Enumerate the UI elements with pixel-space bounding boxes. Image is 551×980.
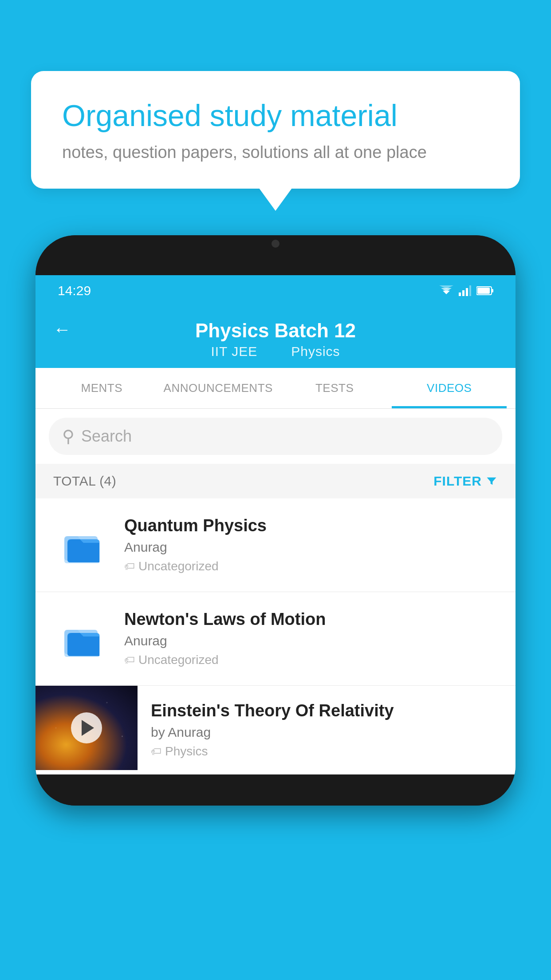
search-bar[interactable]: ⚲ Search [49, 418, 502, 455]
speech-bubble: Organised study material notes, question… [31, 71, 520, 189]
list-item[interactable]: Newton's Laws of Motion Anurag 🏷 Uncateg… [35, 592, 516, 686]
video-author: Anurag [124, 633, 498, 648]
video-tag: 🏷 Physics [151, 744, 502, 759]
svg-marker-2 [439, 285, 453, 289]
folder-icon [62, 525, 102, 565]
list-item[interactable]: Einstein's Theory Of Relativity by Anura… [35, 686, 516, 775]
tab-bar: MENTS ANNOUNCEMENTS TESTS VIDEOS [35, 368, 516, 409]
filter-row: TOTAL (4) FILTER [35, 464, 516, 498]
tab-ments[interactable]: MENTS [44, 368, 159, 408]
video-tag: 🏷 Uncategorized [124, 653, 498, 667]
signal-icon [459, 285, 471, 296]
tag-icon: 🏷 [124, 560, 135, 573]
play-button[interactable] [71, 712, 102, 743]
video-info-newton: Newton's Laws of Motion Anurag 🏷 Uncateg… [124, 610, 498, 667]
app-header: ← Physics Batch 12 IIT JEE Physics [35, 306, 516, 368]
svg-rect-4 [462, 290, 464, 296]
video-thumbnail-quantum [53, 516, 111, 574]
page-title: Physics Batch 12 [195, 320, 356, 342]
svg-rect-5 [466, 288, 468, 296]
video-title: Quantum Physics [124, 516, 498, 535]
tab-videos[interactable]: VIDEOS [392, 368, 507, 408]
search-container: ⚲ Search [35, 409, 516, 464]
phone-bottom-bezel [35, 775, 516, 806]
video-list: Quantum Physics Anurag 🏷 Uncategorized [35, 498, 516, 775]
back-button[interactable]: ← [53, 320, 71, 340]
phone-wrapper: 14:29 [35, 235, 516, 980]
phone-outer: 14:29 [35, 235, 516, 806]
search-placeholder: Search [81, 427, 132, 446]
wifi-icon [439, 285, 453, 296]
video-title: Newton's Laws of Motion [124, 610, 498, 629]
tab-tests[interactable]: TESTS [277, 368, 392, 408]
total-count: TOTAL (4) [53, 474, 116, 489]
filter-button[interactable]: FILTER [433, 474, 498, 489]
tab-announcements[interactable]: ANNOUNCEMENTS [159, 368, 277, 408]
video-thumbnail-newton [53, 610, 111, 668]
svg-rect-6 [469, 285, 471, 296]
video-author: by Anurag [151, 725, 502, 740]
video-tag: 🏷 Uncategorized [124, 559, 498, 573]
speech-bubble-subtitle: notes, question papers, solutions all at… [62, 143, 489, 162]
battery-icon [476, 286, 493, 296]
folder-icon [62, 619, 102, 659]
video-title: Einstein's Theory Of Relativity [151, 701, 502, 720]
speech-bubble-title: Organised study material [62, 98, 489, 134]
video-thumbnail-einstein [35, 686, 138, 770]
phone-top-bezel [35, 235, 516, 275]
list-item[interactable]: Quantum Physics Anurag 🏷 Uncategorized [35, 498, 516, 592]
phone-notch [249, 235, 302, 253]
filter-icon [485, 475, 498, 487]
page-subtitle: IIT JEE Physics [205, 344, 345, 359]
video-info-quantum: Quantum Physics Anurag 🏷 Uncategorized [124, 516, 498, 573]
search-icon: ⚲ [62, 427, 75, 446]
status-icons [439, 285, 493, 296]
subtitle-part2: Physics [291, 344, 340, 359]
subtitle-separator [272, 344, 281, 359]
video-author: Anurag [124, 540, 498, 555]
svg-rect-9 [477, 288, 490, 294]
svg-rect-3 [459, 292, 461, 296]
status-time: 14:29 [58, 283, 91, 298]
tag-icon: 🏷 [124, 654, 135, 666]
subtitle-part1: IIT JEE [211, 344, 257, 359]
svg-rect-8 [492, 289, 493, 292]
video-info-einstein: Einstein's Theory Of Relativity by Anura… [138, 686, 516, 774]
status-bar: 14:29 [35, 275, 516, 306]
phone-screen: 14:29 [35, 275, 516, 775]
tag-icon: 🏷 [151, 745, 161, 758]
